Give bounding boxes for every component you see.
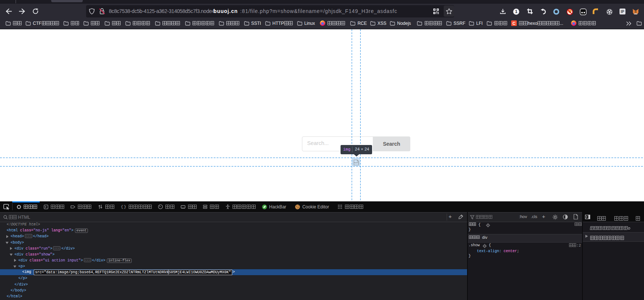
svg-text:1: 1 <box>515 9 517 14</box>
svg-text:IP: IP <box>621 10 624 14</box>
svg-text:C: C <box>513 21 516 26</box>
